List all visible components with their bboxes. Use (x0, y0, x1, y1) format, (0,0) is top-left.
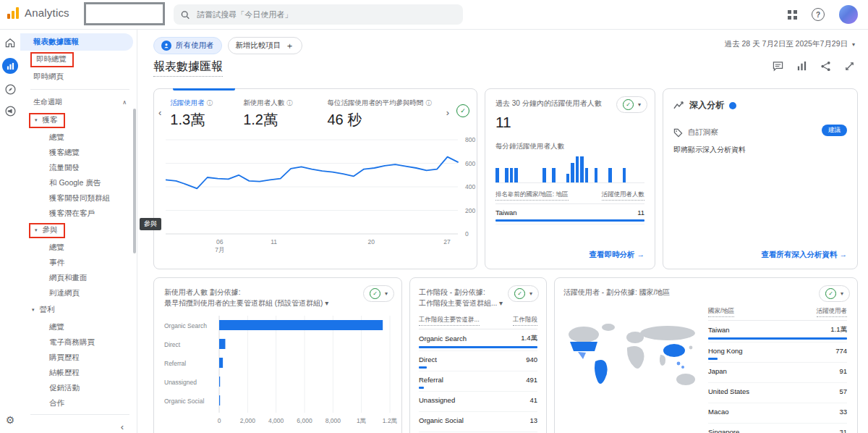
metric-active-users[interactable]: 活躍使用者ⓘ 1.3萬 (170, 98, 234, 130)
sidebar-subitem[interactable]: 促銷活動 (20, 380, 137, 395)
sidebar-subitem[interactable]: 總覽 (20, 319, 137, 335)
sidebar-subitem[interactable]: 購買歷程 (20, 350, 137, 365)
sidebar-subitem[interactable]: 獲客潛在客戶 (20, 206, 137, 221)
avatar[interactable] (839, 5, 858, 24)
sidebar-subitem[interactable]: 網頁和畫面 (20, 270, 137, 285)
metric-new-users[interactable]: 新使用者人數ⓘ 1.2萬 (243, 98, 318, 130)
sidebar-item-acquisition[interactable]: ▾ 獲客 (20, 111, 137, 130)
search-bar[interactable] (174, 4, 463, 25)
sidebar-scrollbar[interactable] (133, 109, 136, 253)
traffic-overview-card: ‹ 活躍使用者ⓘ 1.3萬 新使用者人數ⓘ 1.2萬 每位活躍使用者的平均參與時… (153, 88, 477, 269)
sidebar-item-monetization[interactable]: ▾ 營利 (20, 300, 137, 319)
realtime-minute-bar (623, 168, 626, 182)
realtime-table-header: 排名靠前的國家/地區: 地區 活躍使用者人數 (495, 190, 644, 204)
realtime-minute-bar (566, 174, 570, 183)
expand-caret-icon: ▾ (32, 307, 35, 313)
analytics-logo[interactable]: Analytics (7, 6, 69, 19)
realtime-active-users: 11 (495, 114, 644, 131)
sidebar-subitem[interactable]: 獲客開發同類群組 (20, 190, 137, 206)
geo-title[interactable]: 活躍使用者 - 劃分依據: 國家/地區 (563, 287, 848, 298)
sidebar-item-realtime-pages[interactable]: 即時網頁 (20, 68, 137, 85)
search-input[interactable] (195, 9, 456, 20)
customize-report-icon[interactable] (844, 61, 855, 72)
data-quality-pill[interactable]: ✓ ▾ (616, 96, 647, 113)
insights-card: 深入分析 自訂洞察 建議 即將顯示深入分析資料 查看所有深入分析資料 → (663, 88, 858, 269)
sidebar-item-engagement[interactable]: ▾ 參與 (20, 221, 137, 240)
expand-caret-icon: ▾ (35, 227, 38, 233)
comment-icon[interactable] (773, 61, 783, 72)
reports-icon-selected[interactable] (0, 54, 20, 78)
search-icon (181, 10, 190, 20)
sidebar-item-snapshot[interactable]: 報表數據匯報 (20, 33, 133, 51)
analytics-logo-icon (7, 6, 19, 19)
collapse-sidebar-button[interactable]: ‹ (20, 419, 137, 433)
channel-bar-chart: 02,0004,0006,0008,0001萬1.2萬Organic Searc… (164, 316, 397, 432)
row-value: 91 (839, 367, 847, 375)
data-quality-icon[interactable]: ✓ (456, 104, 469, 117)
sidebar-subitem[interactable]: 電子商務購買 (20, 335, 137, 350)
svg-text:Referral: Referral (164, 360, 186, 367)
prev-metrics-caret[interactable]: ‹ (158, 107, 161, 118)
next-metrics-caret[interactable]: › (446, 107, 449, 118)
svg-text:800: 800 (465, 136, 475, 143)
apps-grid-icon[interactable] (788, 10, 797, 20)
all-users-chip[interactable]: 所有使用者 (153, 37, 222, 54)
admin-gear-icon[interactable]: ⚙ (0, 414, 20, 426)
sidebar-subitem[interactable]: 事件 (20, 255, 137, 270)
row-label: Direct (419, 356, 437, 363)
advertising-icon[interactable] (0, 100, 20, 122)
person-icon (161, 41, 171, 51)
sidebar-item-realtime-overview[interactable]: 即時總覽 (20, 51, 137, 68)
row-label: Singapore (708, 428, 739, 433)
explore-icon[interactable] (0, 78, 20, 100)
info-icon: ⓘ (207, 99, 213, 107)
data-quality-pill[interactable]: ✓ ▾ (819, 285, 850, 302)
view-realtime-link[interactable]: 查看即時分析 → (590, 250, 644, 260)
realtime-minute-bar (514, 168, 518, 182)
realtime-minute-bar (608, 168, 612, 182)
sessions-title-2[interactable]: 工作階段主要管道群組... ▾ (419, 298, 513, 309)
sidebar-subitem[interactable]: 到達網頁 (20, 285, 137, 300)
info-badge[interactable] (729, 102, 736, 109)
metric-avg-engagement-time[interactable]: 每位活躍使用者的平均參與時間ⓘ 46 秒 (327, 98, 444, 130)
row-label: United States (708, 387, 749, 395)
sidebar-subitem[interactable]: 總覽 (20, 240, 137, 255)
row-progress-bar (708, 358, 718, 360)
share-icon[interactable] (820, 61, 831, 72)
monetization-children: 總覽電子商務購買購買歷程結帳歷程促銷活動合作 (20, 319, 137, 411)
insights-icon[interactable] (796, 61, 807, 72)
realtime-minute-bar (571, 163, 574, 182)
sidebar-subitem[interactable]: 結帳歷程 (20, 365, 137, 380)
sidebar-divider (30, 89, 129, 90)
metrics-row: ‹ 活躍使用者ⓘ 1.3萬 新使用者人數ⓘ 1.2萬 每位活躍使用者的平均參與時… (154, 89, 477, 130)
data-quality-pill[interactable]: ✓ ▾ (363, 285, 394, 302)
report-nav-sidebar: 報表數據匯報 即時總覽 即時網頁 生命週期 ∧ ▾ 獲客 總覽獲客總覽流量開發和… (20, 29, 137, 433)
world-map (561, 313, 705, 400)
insight-suggestion-row[interactable]: 自訂洞察 建議 (663, 112, 857, 138)
sidebar-subitem[interactable]: 和 Google 廣告 (20, 175, 137, 190)
svg-text:4,000: 4,000 (268, 417, 284, 424)
add-comparison-chip[interactable]: 新增比較項目 ＋ (228, 37, 302, 54)
property-selector-redacted[interactable] (84, 2, 165, 25)
home-icon[interactable] (0, 32, 20, 54)
sidebar-section-lifecycle[interactable]: 生命週期 ∧ (20, 93, 137, 111)
sidebar-subitem[interactable]: 流量開發 (20, 160, 137, 175)
realtime-minute-bar (576, 156, 579, 182)
sidebar-subitem[interactable]: 總覽 (20, 130, 137, 145)
help-icon[interactable]: ? (812, 8, 825, 21)
suggested-badge: 建議 (822, 125, 847, 136)
svg-text:11: 11 (271, 238, 277, 245)
info-icon: ⓘ (425, 99, 431, 107)
chevron-up-icon[interactable]: ∧ (122, 99, 127, 106)
svg-text:0: 0 (465, 230, 469, 237)
data-quality-pill[interactable]: ✓ ▾ (508, 285, 539, 302)
top-bar: Analytics ? (0, 0, 868, 30)
table-row: Referral491 (419, 371, 537, 392)
view-all-insights-link[interactable]: 查看所有深入分析資料 → (762, 250, 847, 260)
sidebar-subitem[interactable]: 合作 (20, 395, 137, 411)
svg-text:2,000: 2,000 (240, 417, 256, 424)
new-users-title-2[interactable]: 最早招攬到使用者的主要管道群組 (預設管道群組) ▾ (164, 298, 359, 309)
sessions-table: Organic Search1.4萬Direct940Referral491Un… (419, 329, 537, 432)
date-range-picker[interactable]: 過去 28 天 7月2日至 2025年7月29日 ▾ (725, 39, 855, 49)
sidebar-subitem[interactable]: 獲客總覽 (20, 145, 137, 160)
